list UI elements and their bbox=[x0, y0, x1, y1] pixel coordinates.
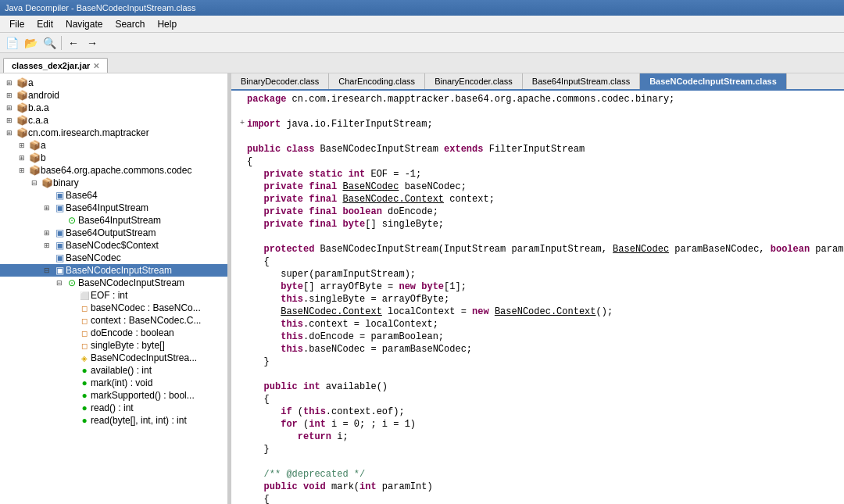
fold-ar[interactable] bbox=[238, 431, 247, 444]
fold-ctc[interactable] bbox=[238, 356, 247, 369]
code-tab-Base64IS[interactable]: Base64InputStream.class bbox=[523, 73, 640, 89]
fold-cto[interactable] bbox=[238, 256, 247, 269]
fold-f3[interactable] bbox=[238, 194, 247, 206]
fold-brace1[interactable] bbox=[238, 156, 247, 169]
class-tree: ⊞ 📦 a ⊞ 📦 android ⊞ 📦 b.a.a ⊞ 📦 c.a.a bbox=[0, 73, 227, 430]
fold-b3[interactable] bbox=[238, 231, 247, 244]
expand-cn-icon[interactable]: ⊞ bbox=[3, 129, 16, 137]
fold-eof[interactable] bbox=[238, 169, 247, 181]
menu-file[interactable]: File bbox=[3, 17, 30, 31]
code-content-eof: private static int EOF = -1; bbox=[247, 169, 838, 181]
tree-item-baa[interactable]: ⊞ 📦 b.a.a bbox=[0, 102, 227, 114]
tree-item-mark[interactable]: ● mark(int) : void bbox=[0, 377, 227, 389]
expand-a-icon[interactable]: ⊞ bbox=[3, 79, 16, 87]
fold-f5[interactable] bbox=[238, 219, 247, 231]
tree-item-doEncode-field[interactable]: ◻ doEncode : boolean bbox=[0, 327, 227, 339]
code-tab-BinaryDecoder[interactable]: BinaryDecoder.class bbox=[231, 73, 329, 89]
fold-sb[interactable] bbox=[238, 294, 247, 306]
tree-item-available[interactable]: ● available() : int bbox=[0, 364, 227, 377]
toolbar-back-btn[interactable]: ← bbox=[65, 34, 82, 52]
tree-item-baseNCodec-field[interactable]: ◻ baseNCodec : BaseNCo... bbox=[0, 302, 227, 314]
toolbar-forward-btn[interactable]: → bbox=[84, 34, 101, 52]
tree-item-BaseNCodecIS[interactable]: ⊟ ▣ BaseNCodecInputStream bbox=[0, 264, 227, 277]
fold-b2[interactable] bbox=[238, 131, 247, 144]
expand-BaseNCodecISC-icon[interactable]: ⊟ bbox=[53, 279, 66, 287]
code-area[interactable]: package cn.com.iresearch.mapptracker.bas… bbox=[231, 91, 844, 504]
tree-item-android[interactable]: ⊞ 📦 android bbox=[0, 89, 227, 102]
toolbar-new-btn[interactable]: 📄 bbox=[3, 34, 20, 52]
fold-ctor[interactable] bbox=[238, 244, 247, 256]
fold-f2[interactable] bbox=[238, 181, 247, 194]
file-tab-jar[interactable]: classes_dex2jar.jar ✕ bbox=[3, 58, 108, 73]
tree-item-BaseNCodecISM[interactable]: ◈ BaseNCodecInputStrea... bbox=[0, 352, 227, 364]
menu-edit[interactable]: Edit bbox=[30, 17, 59, 31]
expand-base64-icon[interactable]: ⊞ bbox=[16, 166, 28, 174]
fold-bnc[interactable] bbox=[238, 344, 247, 356]
fold-b1[interactable] bbox=[238, 106, 247, 119]
tree-item-Base64[interactable]: ▣ Base64 bbox=[0, 189, 227, 202]
fold-super[interactable] bbox=[238, 269, 247, 281]
expand-caa-icon[interactable]: ⊞ bbox=[3, 116, 16, 124]
fold-b5[interactable] bbox=[238, 456, 247, 469]
expand-BaseNCodecCtx-icon[interactable]: ⊞ bbox=[41, 241, 53, 249]
fold-arr[interactable] bbox=[238, 281, 247, 294]
tree-item-BaseNCodecISC[interactable]: ⊟ ⊙ BaseNCodecInputStream bbox=[0, 277, 227, 289]
tree-item-read[interactable]: ● read() : int bbox=[0, 402, 227, 414]
fold-depr[interactable] bbox=[238, 469, 247, 481]
code-tab-CharEncoding[interactable]: CharEncoding.class bbox=[329, 73, 425, 89]
toolbar-search-btn[interactable]: 🔍 bbox=[41, 34, 58, 52]
expand-baa-icon[interactable]: ⊞ bbox=[3, 104, 16, 112]
fold-lc[interactable] bbox=[238, 306, 247, 319]
fold-avail[interactable] bbox=[238, 381, 247, 394]
code-tab-BinaryEncoder[interactable]: BinaryEncoder.class bbox=[425, 73, 523, 89]
tree-item-cn-b[interactable]: ⊞ 📦 b bbox=[0, 152, 227, 164]
tree-item-base64[interactable]: ⊞ 📦 base64.org.apache.commons.codec bbox=[0, 164, 227, 177]
tree-item-BaseNCodec[interactable]: ▣ BaseNCodec bbox=[0, 252, 227, 264]
fold-ai[interactable] bbox=[238, 406, 247, 419]
menu-navigate[interactable]: Navigate bbox=[59, 17, 109, 31]
tree-item-a[interactable]: ⊞ 📦 a bbox=[0, 77, 227, 89]
tree-label-binary: binary bbox=[53, 177, 79, 188]
tree-item-Base64OS[interactable]: ⊞ ▣ Base64OutputStream bbox=[0, 227, 227, 239]
tree-item-cn-a[interactable]: ⊞ 📦 a bbox=[0, 139, 227, 152]
file-tab-close-icon[interactable]: ✕ bbox=[93, 62, 99, 70]
fold-doe[interactable] bbox=[238, 331, 247, 344]
expand-android-icon[interactable]: ⊞ bbox=[3, 91, 16, 99]
tree-item-cn[interactable]: ⊞ 📦 cn.com.iresearch.maptracker bbox=[0, 127, 227, 139]
fold-af[interactable] bbox=[238, 419, 247, 431]
fold-class[interactable] bbox=[238, 144, 247, 156]
fold-import[interactable]: + bbox=[238, 119, 247, 131]
menu-search[interactable]: Search bbox=[109, 17, 151, 31]
expand-binary-icon[interactable]: ⊟ bbox=[28, 179, 41, 187]
expand-cn-b-icon[interactable]: ⊞ bbox=[16, 154, 28, 162]
fold-b4[interactable] bbox=[238, 369, 247, 381]
fold-mark[interactable] bbox=[238, 481, 247, 494]
tree-item-context-field[interactable]: ◻ context : BaseNCodec.C... bbox=[0, 314, 227, 327]
tree-item-Base64ISC[interactable]: ⊙ Base64InputStream bbox=[0, 214, 227, 227]
tree-item-binary[interactable]: ⊟ 📦 binary bbox=[0, 177, 227, 189]
tree-item-read2[interactable]: ● read(byte[], int, int) : int bbox=[0, 414, 227, 427]
code-line-brace1: { bbox=[231, 156, 844, 169]
tree-item-Base64InputStream[interactable]: ⊞ ▣ Base64InputStream bbox=[0, 202, 227, 214]
tree-item-singleByte-field[interactable]: ◻ singleByte : byte[] bbox=[0, 339, 227, 352]
fold-1[interactable] bbox=[238, 94, 247, 106]
expand-BaseNCodecIS-icon[interactable]: ⊟ bbox=[41, 266, 53, 274]
tree-item-caa[interactable]: ⊞ 📦 c.a.a bbox=[0, 114, 227, 127]
menu-help[interactable]: Help bbox=[151, 17, 183, 31]
fold-ao[interactable] bbox=[238, 394, 247, 406]
tree-item-EOF[interactable]: ⬜ EOF : int bbox=[0, 289, 227, 302]
code-content-ctor-close: } bbox=[247, 356, 838, 369]
code-tab-BaseNCodecIS[interactable]: BaseNCodecInputStream.class bbox=[640, 73, 787, 89]
tree-item-markSupported[interactable]: ● markSupported() : bool... bbox=[0, 389, 227, 402]
expand-cn-a-icon[interactable]: ⊞ bbox=[16, 141, 28, 149]
code-content-arr: byte[] arrayOfByte = new byte[1]; bbox=[247, 281, 838, 294]
fold-ac[interactable] bbox=[238, 444, 247, 456]
tree-item-BaseNCodecCtx[interactable]: ⊞ ▣ BaseNCodec$Context bbox=[0, 239, 227, 252]
fold-mo[interactable] bbox=[238, 494, 247, 504]
fold-f4[interactable] bbox=[238, 206, 247, 219]
toolbar-open-btn[interactable]: 📂 bbox=[22, 34, 39, 52]
expand-Base64OS-icon[interactable]: ⊞ bbox=[41, 229, 53, 237]
title-bar: Java Decompiler - BaseNCodecInputStream.… bbox=[0, 0, 844, 16]
expand-Base64IS-icon[interactable]: ⊞ bbox=[41, 204, 53, 212]
fold-ctx[interactable] bbox=[238, 319, 247, 331]
